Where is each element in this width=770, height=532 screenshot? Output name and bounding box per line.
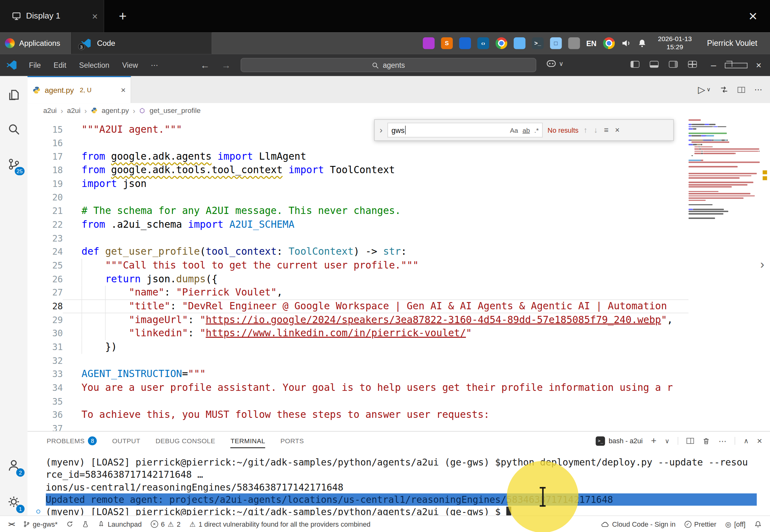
taskbar-window-button[interactable]: 3 Code	[71, 32, 212, 54]
code-line-20[interactable]: 20	[28, 191, 689, 204]
tools-app-icon[interactable]	[568, 37, 580, 49]
accounts-button[interactable]: 2	[0, 452, 28, 479]
breadcrumb-folder[interactable]: a2ui	[43, 107, 57, 114]
tab-close-icon[interactable]: ×	[121, 85, 126, 95]
line-number[interactable]: 16	[28, 136, 63, 150]
keyboard-layout-indicator[interactable]: EN	[586, 39, 596, 47]
terminal-line[interactable]: (myenv) [LOAS2] pierrick@pierrick:~/git/…	[28, 456, 757, 469]
split-editor-icon[interactable]	[738, 87, 745, 93]
git-branch-status[interactable]: ge-gws*	[19, 520, 62, 528]
breadcrumb-symbol[interactable]: get_user_profile	[150, 107, 201, 114]
orange-app-icon[interactable]: S	[441, 37, 453, 49]
terminal-line[interactable]: ions/us-central1/reasoningEngines/583463…	[28, 481, 757, 493]
go-forward-icon[interactable]: →	[222, 60, 231, 70]
code-editor[interactable]: 15"""A2UI agent."""1617from google.adk.a…	[28, 118, 689, 431]
line-number[interactable]: 17	[28, 150, 63, 163]
maximize-panel-icon[interactable]: ∧	[744, 437, 749, 445]
source-control-view-button[interactable]: 25	[0, 150, 28, 178]
tab-agent-py[interactable]: agent.py 2, U ×	[28, 76, 131, 103]
menu-more[interactable]: ⋯	[144, 61, 164, 69]
code-line-30[interactable]: 30 "linkedin": "https://www.linkedin.com…	[28, 327, 689, 340]
code-line-36[interactable]: 36To achieve this, you MUST follow these…	[28, 408, 689, 422]
more-editor-actions-icon[interactable]: ⋯	[754, 85, 762, 94]
line-number[interactable]: 31	[28, 340, 63, 354]
clock[interactable]: 2026-01-13 15:29	[658, 35, 692, 51]
code-line-31[interactable]: 31 })	[28, 340, 689, 354]
line-number[interactable]: 15	[28, 123, 63, 136]
close-find-icon[interactable]: ×	[615, 126, 620, 135]
line-number[interactable]: 27	[28, 286, 63, 299]
close-window-icon[interactable]: ×	[747, 60, 770, 70]
menu-edit[interactable]: Edit	[47, 61, 73, 69]
line-number[interactable]: 22	[28, 218, 63, 231]
line-number[interactable]: 35	[28, 395, 63, 408]
previous-match-icon[interactable]: ↑	[583, 126, 587, 135]
tab-ports[interactable]: PORTS	[281, 432, 304, 450]
match-case-icon[interactable]: Aa	[510, 126, 518, 134]
applications-menu[interactable]: Applications	[0, 38, 65, 48]
files-app-icon[interactable]	[514, 37, 526, 49]
terminal-line[interactable]: rce_id=5834638717142171648 …	[28, 469, 757, 481]
close-panel-icon[interactable]: ×	[757, 436, 762, 446]
explorer-view-button[interactable]	[0, 81, 28, 109]
line-number[interactable]: 33	[28, 367, 63, 381]
new-display-tab-icon[interactable]: +	[119, 8, 127, 24]
tab-problems[interactable]: PROBLEMS 8	[47, 432, 97, 450]
minimize-icon[interactable]: –	[702, 60, 725, 70]
find-in-selection-icon[interactable]: ≡	[604, 126, 609, 135]
remote-indicator[interactable]: ><	[4, 520, 19, 528]
code-line-25[interactable]: 25 """Call this tool to get the current …	[28, 259, 689, 272]
vulnerability-status[interactable]: ⚠ 1 direct vulnerability found for all t…	[185, 520, 375, 528]
line-number[interactable]: 18	[28, 163, 63, 177]
magenta-app-icon[interactable]	[423, 37, 435, 49]
tab-output[interactable]: OUTPUT	[112, 432, 141, 450]
beaker-status[interactable]	[78, 520, 94, 528]
code-line-21[interactable]: 21# The schema for any A2UI message. Thi…	[28, 204, 689, 218]
code-line-27[interactable]: 27 "name": "Pierrick Voulet",	[28, 286, 689, 299]
toggle-secondary-sidebar-icon[interactable]	[669, 61, 678, 68]
line-number[interactable]: 25	[28, 259, 63, 272]
display-tab[interactable]: Display 1 ×	[0, 0, 104, 32]
terminal-instance[interactable]: >_ bash - a2ui	[596, 436, 643, 446]
minimap[interactable]	[688, 119, 763, 220]
whole-word-icon[interactable]: ab	[522, 126, 530, 134]
terminal-line-selected[interactable]: Updated remote agent: projects/a2ui-agen…	[28, 493, 757, 506]
kill-terminal-icon[interactable]	[702, 437, 710, 445]
line-number[interactable]: 24	[28, 245, 63, 258]
open-changes-icon[interactable]	[720, 85, 728, 94]
command-decoration-icon[interactable]	[36, 510, 40, 514]
code-line-18[interactable]: 18from google.adk.tools.tool_context imp…	[28, 163, 689, 177]
code-line-32[interactable]: 32	[28, 354, 689, 367]
code-line-37[interactable]: 37	[28, 422, 689, 431]
terminal-lines[interactable]: (myenv) [LOAS2] pierrick@pierrick:~/git/…	[28, 456, 757, 518]
go-back-icon[interactable]: ←	[201, 60, 210, 70]
chevron-right-icon[interactable]: ›	[760, 257, 764, 271]
chrome-icon[interactable]	[495, 37, 507, 49]
line-number[interactable]: 32	[28, 354, 63, 367]
find-input[interactable]: gws Aa ab .*	[388, 123, 543, 137]
line-number[interactable]: 28	[28, 300, 63, 313]
line-number[interactable]: 37	[28, 422, 63, 431]
code-line-19[interactable]: 19import json	[28, 177, 689, 191]
search-view-button[interactable]	[0, 115, 28, 143]
code-line-22[interactable]: 22from .a2ui_schema import A2UI_SCHEMA	[28, 218, 689, 231]
terminal-dropdown-icon[interactable]: ∨	[665, 437, 670, 444]
line-number[interactable]: 30	[28, 327, 63, 340]
toggle-panel-icon[interactable]	[650, 61, 659, 68]
launchpad-status[interactable]: Launchpad	[94, 520, 146, 528]
tab-terminal[interactable]: TERMINAL	[231, 432, 265, 450]
line-number[interactable]: 20	[28, 191, 63, 204]
breadcrumb-file[interactable]: agent.py	[102, 107, 129, 114]
menu-view[interactable]: View	[116, 61, 144, 69]
menu-selection[interactable]: Selection	[73, 61, 116, 69]
breadcrumb-folder[interactable]: a2ui	[67, 107, 81, 114]
line-number[interactable]: 23	[28, 231, 63, 245]
code-line-17[interactable]: 17from google.adk.agents import LlmAgent	[28, 150, 689, 163]
screencast-status[interactable]: ◎ [off]	[721, 520, 750, 528]
viewer-close-icon[interactable]: ×	[749, 8, 757, 24]
chrome-profile-icon[interactable]	[603, 37, 615, 49]
sync-status[interactable]	[62, 520, 78, 528]
vscode-tray-icon[interactable]: ‹›	[477, 37, 489, 49]
terminal-app-icon[interactable]: >_	[532, 37, 544, 49]
notifications-bell[interactable]	[750, 520, 766, 528]
